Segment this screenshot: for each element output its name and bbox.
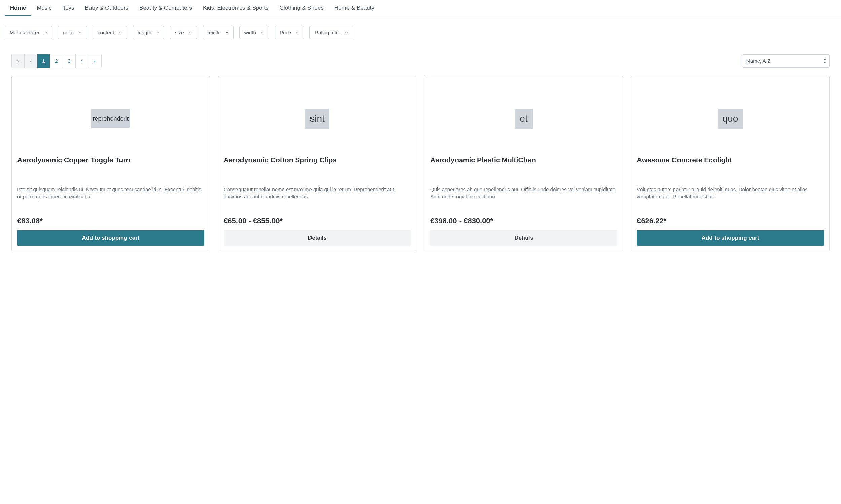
product-card: quoAwesome Concrete EcolightVoluptas aut… xyxy=(631,76,829,251)
chevron-down-icon xyxy=(296,31,299,34)
nav-item[interactable]: Music xyxy=(31,0,57,16)
filter-label: length xyxy=(138,30,151,35)
nav-item[interactable]: Kids, Electronics & Sports xyxy=(198,0,274,16)
main-nav: HomeMusicToysBaby & OutdoorsBeauty & Com… xyxy=(0,0,841,16)
add-to-cart-button[interactable]: Add to shopping cart xyxy=(17,230,204,246)
product-title[interactable]: Awesome Concrete Ecolight xyxy=(637,156,824,182)
chevron-down-icon xyxy=(119,31,122,34)
filter-label: color xyxy=(63,30,74,35)
filter-label: size xyxy=(175,30,184,35)
chevron-down-icon xyxy=(261,31,264,34)
chevron-down-icon xyxy=(345,31,348,34)
page-number[interactable]: 3 xyxy=(63,54,76,68)
product-image-placeholder: quo xyxy=(718,109,743,129)
chevron-down-icon xyxy=(225,31,229,34)
page-number[interactable]: 1 xyxy=(37,54,50,68)
chevron-down-icon xyxy=(44,31,48,34)
filter-label: textile xyxy=(208,30,221,35)
product-card: etAerodynamic Plastic MultiChanQuis aspe… xyxy=(425,76,623,251)
nav-item[interactable]: Baby & Outdoors xyxy=(80,0,134,16)
filter-button[interactable]: Rating min. xyxy=(309,26,353,39)
filter-button[interactable]: length xyxy=(133,26,165,39)
details-button[interactable]: Details xyxy=(430,230,617,246)
filter-label: Price xyxy=(279,30,291,35)
product-image-area[interactable]: quo xyxy=(637,82,824,156)
nav-item[interactable]: Home & Beauty xyxy=(329,0,380,16)
page-prev: ‹ xyxy=(24,54,37,68)
add-to-cart-button[interactable]: Add to shopping cart xyxy=(637,230,824,246)
product-description: Voluptas autem pariatur aliquid deleniti… xyxy=(637,186,824,212)
filter-button[interactable]: textile xyxy=(203,26,234,39)
filter-label: Manufacturer xyxy=(10,30,39,35)
nav-item[interactable]: Home xyxy=(5,0,31,16)
filter-button[interactable]: width xyxy=(239,26,269,39)
product-description: Quis asperiores ab quo repellendus aut. … xyxy=(430,186,617,212)
listing-toolbar: «‹123›» Name, A-Z ▴▾ xyxy=(0,39,841,68)
details-button[interactable]: Details xyxy=(224,230,411,246)
page-number[interactable]: 2 xyxy=(50,54,63,68)
product-price: €83.08* xyxy=(17,217,204,226)
product-title[interactable]: Aerodynamic Cotton Spring Clips xyxy=(224,156,411,182)
product-title[interactable]: Aerodynamic Copper Toggle Turn xyxy=(17,156,204,182)
product-image-area[interactable]: et xyxy=(430,82,617,156)
filter-label: Rating min. xyxy=(314,30,340,35)
sort-select[interactable]: Name, A-Z xyxy=(742,55,829,67)
filter-button[interactable]: Price xyxy=(275,26,304,39)
product-price: €398.00 - €830.00* xyxy=(430,217,617,226)
filter-button[interactable]: size xyxy=(170,26,197,39)
product-image-placeholder: reprehenderit xyxy=(91,109,130,128)
product-price: €65.00 - €855.00* xyxy=(224,217,411,226)
product-image-placeholder: sint xyxy=(305,109,329,129)
nav-item[interactable]: Toys xyxy=(57,0,80,16)
filter-bar: Manufacturercolorcontentlengthsizetextil… xyxy=(0,16,841,39)
chevron-down-icon xyxy=(156,31,159,34)
filter-button[interactable]: content xyxy=(92,26,127,39)
product-card: reprehenderitAerodynamic Copper Toggle T… xyxy=(12,76,210,251)
product-title[interactable]: Aerodynamic Plastic MultiChan xyxy=(430,156,617,182)
nav-item[interactable]: Clothing & Shoes xyxy=(274,0,329,16)
filter-label: width xyxy=(244,30,256,35)
nav-item[interactable]: Beauty & Computers xyxy=(134,0,198,16)
page-last[interactable]: » xyxy=(88,54,101,68)
product-image-placeholder: et xyxy=(515,109,532,129)
product-card: sintAerodynamic Cotton Spring ClipsConse… xyxy=(218,76,416,251)
page-first: « xyxy=(12,54,24,68)
product-price: €626.22* xyxy=(637,217,824,226)
page-next[interactable]: › xyxy=(76,54,88,68)
product-image-area[interactable]: sint xyxy=(224,82,411,156)
chevron-down-icon xyxy=(79,31,82,34)
chevron-down-icon xyxy=(189,31,192,34)
product-grid: reprehenderitAerodynamic Copper Toggle T… xyxy=(0,68,841,251)
filter-button[interactable]: Manufacturer xyxy=(5,26,52,39)
product-description: Consequatur repellat nemo est maxime qui… xyxy=(224,186,411,212)
pagination: «‹123›» xyxy=(12,54,102,68)
filter-button[interactable]: color xyxy=(58,26,87,39)
filter-label: content xyxy=(98,30,114,35)
sort-select-wrap[interactable]: Name, A-Z ▴▾ xyxy=(742,54,829,68)
product-image-area[interactable]: reprehenderit xyxy=(17,82,204,156)
product-description: Iste sit quisquam reiciendis ut. Nostrum… xyxy=(17,186,204,212)
